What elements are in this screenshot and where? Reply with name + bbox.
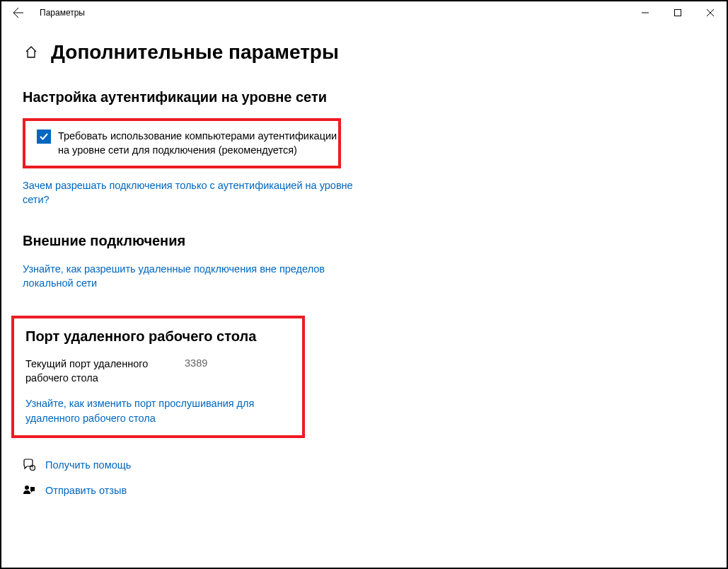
back-button[interactable] — [6, 1, 31, 24]
nla-checkbox-row: Требовать использование компьютерами аут… — [37, 130, 341, 157]
nla-section: Настройка аутентификации на уровне сети … — [23, 89, 705, 207]
titlebar: Параметры — [1, 1, 727, 24]
close-button[interactable] — [694, 1, 727, 24]
svg-point-6 — [25, 485, 29, 490]
footer-links: ? Получить помощь Отправить отзыв — [23, 458, 705, 498]
feedback-icon — [23, 484, 35, 497]
home-icon — [24, 45, 38, 59]
nla-checkbox-label: Требовать использование компьютерами аут… — [58, 130, 341, 157]
port-current-label: Текущий порт удаленного рабочего стола — [25, 357, 149, 385]
nla-checkbox[interactable] — [37, 130, 51, 144]
external-help-link[interactable]: Узнайте, как разрешить удаленные подключ… — [23, 262, 362, 291]
maximize-icon — [674, 9, 681, 16]
page-header: Дополнительные параметры — [23, 41, 705, 64]
help-icon: ? — [23, 459, 35, 471]
maximize-button[interactable] — [661, 1, 694, 24]
page-title: Дополнительные параметры — [51, 41, 339, 64]
nla-heading: Настройка аутентификации на уровне сети — [23, 89, 705, 105]
get-help-link[interactable]: Получить помощь — [45, 458, 131, 472]
nla-highlight: Требовать использование компьютерами аут… — [23, 118, 341, 168]
minimize-icon — [642, 9, 649, 16]
svg-rect-1 — [675, 10, 681, 16]
svg-text:?: ? — [32, 466, 34, 470]
port-row: Текущий порт удаленного рабочего стола 3… — [25, 357, 291, 385]
port-highlight: Порт удаленного рабочего стола Текущий п… — [11, 316, 305, 438]
port-help-link[interactable]: Узнайте, как изменить порт прослушивания… — [25, 396, 291, 425]
nla-help-link[interactable]: Зачем разрешать подключения только с аут… — [23, 178, 362, 207]
external-heading: Внешние подключения — [23, 233, 705, 249]
home-button[interactable] — [23, 44, 40, 61]
window-title: Параметры — [40, 8, 85, 18]
arrow-left-icon — [13, 7, 24, 18]
port-heading: Порт удаленного рабочего стола — [25, 328, 291, 345]
feedback-item: Отправить отзыв — [23, 483, 705, 498]
window-controls — [629, 1, 727, 24]
feedback-link[interactable]: Отправить отзыв — [45, 483, 127, 498]
get-help-item: ? Получить помощь — [23, 458, 705, 472]
check-icon — [39, 132, 49, 142]
minimize-button[interactable] — [629, 1, 661, 24]
content-area: Дополнительные параметры Настройка аутен… — [1, 24, 727, 498]
external-section: Внешние подключения Узнайте, как разреши… — [23, 233, 705, 291]
port-current-value: 3389 — [185, 357, 207, 369]
close-icon — [707, 9, 714, 16]
